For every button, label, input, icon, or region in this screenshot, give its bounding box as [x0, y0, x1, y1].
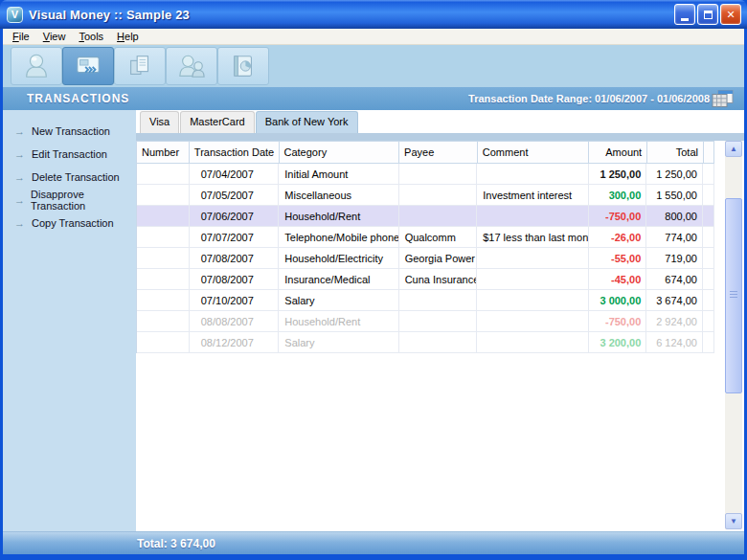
sidebar-item-label: Delete Transaction: [32, 171, 120, 183]
scroll-down-button[interactable]: ▼: [725, 513, 742, 529]
cell-number: [137, 290, 190, 311]
column-header-number[interactable]: Number: [137, 142, 190, 164]
cell-payee: Qualcomm: [399, 227, 478, 248]
transactions-icon: [74, 52, 102, 80]
cell-date: 08/12/2007: [190, 332, 280, 353]
cell-category: Household/Rent: [279, 206, 398, 227]
column-header-date[interactable]: Transaction Date: [190, 142, 280, 164]
table-row[interactable]: 07/10/2007Salary3 000,003 674,00: [137, 290, 714, 311]
table-header-row: NumberTransaction DateCategoryPayeeComme…: [137, 142, 714, 164]
toolbar-button-payees[interactable]: [166, 47, 217, 85]
main-panel: VisaMasterCardBank of New York NumberTra…: [136, 110, 744, 531]
status-total: Total: 3 674,00: [137, 537, 215, 550]
window-title: Visual Money :: Sample 23: [29, 8, 190, 22]
tab-mastercard[interactable]: MasterCard: [180, 111, 254, 133]
table-row[interactable]: 07/06/2007Household/Rent-750,00800,00: [137, 206, 714, 227]
close-button[interactable]: ✕: [720, 4, 741, 25]
toolbar-button-transactions[interactable]: [62, 47, 114, 85]
column-header-payee[interactable]: Payee: [399, 142, 478, 164]
maximize-button[interactable]: [697, 4, 718, 25]
cell-comment: [477, 248, 588, 269]
table-row[interactable]: 08/12/2007Salary3 200,006 124,00: [137, 332, 714, 353]
table-body: 07/04/2007Initial Amount1 250,001 250,00…: [137, 164, 714, 353]
table-row[interactable]: 07/04/2007Initial Amount1 250,001 250,00: [137, 164, 714, 185]
calendar-button[interactable]: [712, 90, 735, 107]
menu-tools[interactable]: Tools: [72, 30, 110, 43]
column-header-comment[interactable]: Comment: [478, 142, 590, 164]
menu-file[interactable]: File: [6, 30, 36, 43]
column-header-category[interactable]: Category: [280, 142, 400, 164]
sidebar-item-disapprove-transaction[interactable]: →Disapprove Transaction: [3, 189, 136, 212]
cell-category: Telephone/Mobile phone: [279, 227, 398, 248]
scrollbar-grip-icon: [730, 291, 737, 299]
maximize-icon: [704, 11, 713, 19]
column-header-filler[interactable]: [704, 142, 714, 164]
documents-icon: [125, 52, 154, 80]
cell-filler: [703, 185, 714, 206]
calendar-icon: [712, 90, 735, 107]
account-tabs: VisaMasterCardBank of New York: [140, 111, 359, 133]
sidebar-item-edit-transaction[interactable]: →Edit Transaction: [3, 143, 136, 166]
sidebar-item-label: Edit Transaction: [32, 148, 107, 160]
cell-total: 6 124,00: [646, 332, 703, 353]
scrollbar-thumb[interactable]: [725, 198, 742, 393]
cell-payee: [399, 164, 478, 185]
tab-visa[interactable]: Visa: [140, 111, 179, 133]
chevron-up-icon: ▲: [730, 145, 737, 153]
cell-total: 1 250,00: [646, 164, 703, 185]
cell-amount: 3 000,00: [589, 290, 647, 311]
minimize-button[interactable]: [674, 4, 695, 25]
column-header-amount[interactable]: Amount: [589, 142, 647, 164]
column-header-total[interactable]: Total: [647, 142, 704, 164]
menu-view[interactable]: View: [36, 30, 73, 43]
section-bar: TRANSACTIONS Transaction Date Range: 01/…: [3, 87, 744, 110]
cell-total: 2 924,00: [646, 311, 703, 332]
cell-category: Household/Electricity: [279, 248, 398, 269]
toolbar: [3, 45, 744, 87]
close-icon: ✕: [726, 9, 735, 21]
page-title: TRANSACTIONS: [27, 92, 129, 105]
vertical-scrollbar[interactable]: ▲ ▼: [725, 141, 742, 529]
sidebar-item-new-transaction[interactable]: →New Transaction: [3, 120, 136, 143]
cell-category: Household/Rent: [279, 311, 398, 332]
menu-bar: FileViewToolsHelp: [3, 29, 744, 45]
toolbar-button-reports[interactable]: [217, 47, 269, 85]
title-bar[interactable]: V Visual Money :: Sample 23 ✕: [0, 0, 747, 29]
cell-total: 800,00: [646, 206, 703, 227]
action-sidebar: →New Transaction→Edit Transaction→Delete…: [3, 110, 136, 531]
cell-amount: 3 200,00: [589, 332, 647, 353]
cell-filler: [703, 248, 714, 269]
cell-amount: 300,00: [589, 185, 647, 206]
cell-amount: -26,00: [589, 227, 647, 248]
cell-date: 07/08/2007: [190, 269, 280, 290]
cell-date: 07/10/2007: [190, 290, 280, 311]
cell-filler: [703, 206, 714, 227]
app-window: V Visual Money :: Sample 23 ✕ FileViewTo…: [0, 0, 747, 560]
sidebar-item-copy-transaction[interactable]: →Copy Transaction: [3, 212, 136, 235]
table-row[interactable]: 07/07/2007Telephone/Mobile phoneQualcomm…: [137, 227, 714, 248]
toolbar-button-accounts[interactable]: [11, 47, 62, 85]
cell-payee: [399, 206, 478, 227]
cell-category: Salary: [279, 290, 398, 311]
menu-help[interactable]: Help: [110, 30, 146, 43]
cell-comment: [477, 311, 588, 332]
tab-bank-of-new-york[interactable]: Bank of New York: [256, 111, 358, 133]
table-row[interactable]: 08/08/2007Household/Rent-750,002 924,00: [137, 311, 714, 332]
chevron-down-icon: ▼: [730, 517, 737, 526]
cell-comment: [477, 332, 588, 353]
sidebar-item-delete-transaction[interactable]: →Delete Transaction: [3, 166, 136, 189]
cell-category: Insurance/Medical: [279, 269, 398, 290]
toolbar-button-documents[interactable]: [114, 47, 166, 85]
table-row[interactable]: 07/05/2007MiscellaneousInvestment intere…: [137, 185, 714, 206]
cell-payee: [399, 332, 478, 353]
user-icon: [22, 52, 51, 80]
cell-payee: [399, 185, 478, 206]
scroll-up-button[interactable]: ▲: [725, 141, 742, 157]
users-icon: [177, 52, 206, 80]
cell-total: 3 674,00: [646, 290, 703, 311]
table-row[interactable]: 07/08/2007Insurance/MedicalCuna Insuranc…: [137, 269, 714, 290]
cell-payee: Cuna Insurance: [399, 269, 478, 290]
cell-category: Initial Amount: [279, 164, 398, 185]
table-row[interactable]: 07/08/2007Household/ElectricityGeorgia P…: [137, 248, 714, 269]
arrow-right-icon: →: [14, 148, 32, 160]
